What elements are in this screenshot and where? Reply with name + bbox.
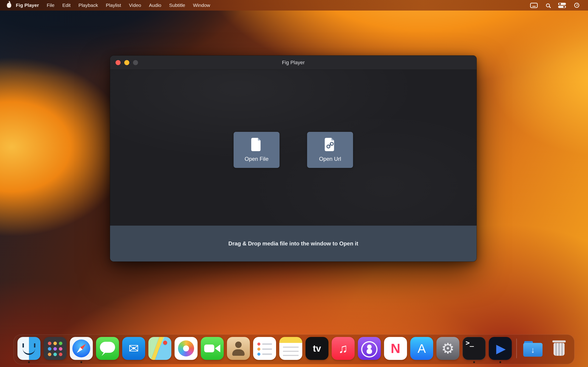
- dock-item-app-store[interactable]: A: [410, 337, 433, 360]
- spotlight-search-icon[interactable]: [546, 3, 550, 7]
- app-store-icon: A: [410, 337, 433, 360]
- downloads-folder-icon: ↓: [521, 337, 544, 360]
- media-drop-area[interactable]: Open File Ope: [110, 70, 477, 225]
- contacts-icon: [227, 337, 250, 360]
- menu-subtitle[interactable]: Subtitle: [165, 0, 189, 10]
- open-url-label: Open Url: [319, 156, 341, 162]
- open-buttons-row: Open File Ope: [110, 132, 477, 168]
- trash-icon: [548, 337, 571, 360]
- control-center-icon[interactable]: [558, 3, 566, 8]
- dock-item-apple-tv[interactable]: tv: [305, 337, 329, 360]
- input-source-icon[interactable]: [530, 3, 538, 8]
- fig-player-window: Fig Player Open File: [110, 56, 477, 261]
- window-title: Fig Player: [110, 56, 477, 70]
- apple-tv-icon: tv: [305, 337, 329, 360]
- menu-bar: Fig Player File Edit Playback Playlist V…: [0, 0, 588, 10]
- menu-playback[interactable]: Playback: [74, 0, 102, 10]
- dock-item-news[interactable]: N: [384, 337, 407, 360]
- reminders-icon: [253, 337, 276, 360]
- facetime-icon: [201, 337, 224, 360]
- dock-item-system-settings[interactable]: ⚙: [436, 337, 459, 360]
- clock-icon[interactable]: [574, 3, 579, 8]
- desktop: Fig Player File Edit Playback Playlist V…: [0, 0, 588, 367]
- dock-item-launchpad[interactable]: [44, 337, 67, 360]
- system-settings-icon: ⚙: [436, 337, 459, 360]
- open-file-label: Open File: [245, 156, 268, 162]
- window-footer: Drag & Drop media file into the window t…: [110, 225, 477, 261]
- menu-bar-status: [530, 0, 588, 10]
- dock-item-facetime[interactable]: [201, 337, 224, 360]
- dock-item-downloads[interactable]: ↓: [521, 337, 544, 360]
- apple-logo-icon[interactable]: [7, 3, 11, 8]
- dock-item-mail[interactable]: ✉: [122, 337, 145, 360]
- terminal-icon: >_: [463, 337, 485, 360]
- drop-hint-text: Drag & Drop media file into the window t…: [228, 240, 358, 247]
- finder-icon: [17, 337, 40, 360]
- window-titlebar[interactable]: Fig Player: [110, 56, 477, 70]
- dock-item-contacts[interactable]: [227, 337, 250, 360]
- dock-separator: [516, 339, 517, 358]
- dock-item-notes[interactable]: [279, 337, 302, 360]
- fig-player-icon: ▶: [489, 337, 512, 360]
- dock-item-photos[interactable]: [174, 337, 198, 360]
- menu-playlist[interactable]: Playlist: [102, 0, 125, 10]
- messages-icon: [96, 337, 119, 360]
- dock-item-messages[interactable]: [96, 337, 119, 360]
- file-icon: [251, 138, 262, 152]
- menu-edit[interactable]: Edit: [58, 0, 74, 10]
- safari-icon: [70, 337, 93, 360]
- dock-item-music[interactable]: ♫: [332, 337, 355, 360]
- menu-audio[interactable]: Audio: [145, 0, 165, 10]
- mail-icon: ✉: [122, 337, 145, 360]
- podcasts-icon: [358, 337, 381, 360]
- dock-item-podcasts[interactable]: [358, 337, 381, 360]
- photos-icon: [174, 337, 198, 360]
- dock: ✉ tv ♫ N A: [14, 334, 574, 364]
- dock-item-finder[interactable]: [17, 337, 40, 360]
- menu-video[interactable]: Video: [125, 0, 145, 10]
- open-file-button[interactable]: Open File: [233, 132, 279, 168]
- menu-window[interactable]: Window: [189, 0, 214, 10]
- menu-app-name[interactable]: Fig Player: [11, 0, 43, 10]
- news-icon: N: [384, 337, 407, 360]
- menu-file[interactable]: File: [43, 0, 58, 10]
- menu-bar-left: Fig Player File Edit Playback Playlist V…: [0, 0, 214, 10]
- dock-item-reminders[interactable]: [253, 337, 276, 360]
- music-icon: ♫: [332, 337, 355, 360]
- dock-item-terminal[interactable]: >_: [463, 337, 485, 360]
- notes-icon: [279, 337, 302, 360]
- maps-icon: [148, 337, 171, 360]
- open-url-button[interactable]: Open Url: [307, 132, 353, 168]
- dock-item-trash[interactable]: [548, 337, 571, 360]
- link-icon: [325, 138, 336, 152]
- dock-item-fig-player[interactable]: ▶: [489, 337, 512, 360]
- dock-item-maps[interactable]: [148, 337, 171, 360]
- dock-item-safari[interactable]: [70, 337, 93, 360]
- launchpad-icon: [44, 337, 67, 360]
